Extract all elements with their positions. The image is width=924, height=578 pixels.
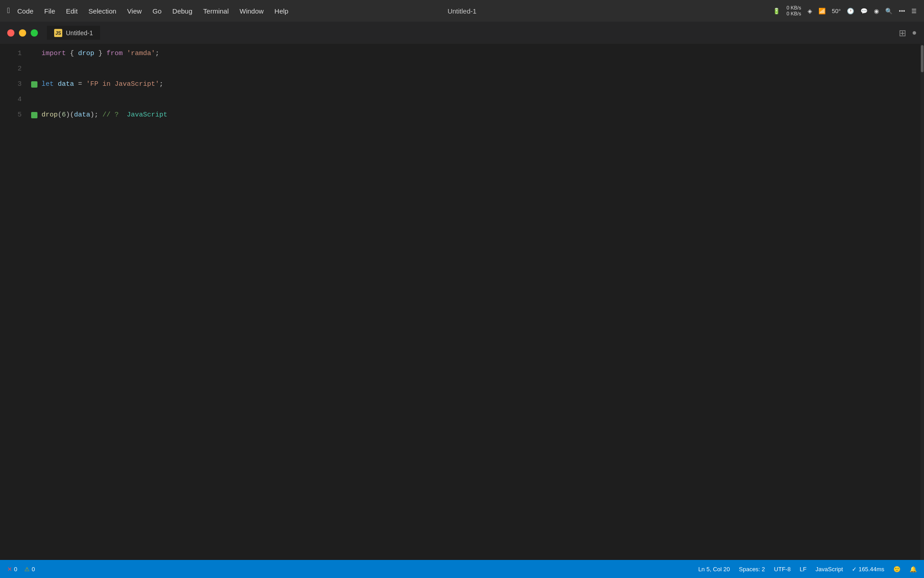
timing-info: ✓ 165.44ms [852,566,884,573]
error-count[interactable]: ✕ 0 [7,566,17,573]
menu-window[interactable]: Window [240,7,263,15]
code-line-3: let data = 'FP in JavaScript' ; [40,77,924,92]
code-editor[interactable]: import { drop } from 'ramda' ; let data … [40,44,924,560]
editor-tab[interactable]: JS Untitled-1 [47,26,100,40]
line-num-4: 4 [0,92,22,107]
dropbox-icon: ◈ [808,8,812,14]
menubar-right: 🔋 0 KB/s 0 KB/s ◈ 📶 50° 🕐 💬 ◉ 🔍 ••• ☰ [773,5,917,17]
identifier-data: data [58,77,74,92]
temperature: 50° [832,8,841,14]
traffic-lights [7,29,38,37]
dot-icon: ● [912,28,917,37]
gutter-breakpoint-5[interactable] [31,112,37,118]
gutter-breakpoint-3[interactable] [31,81,37,88]
list-icon: ☰ [911,8,917,14]
tab-actions: ⊞ ● [899,28,917,38]
network-speed: 0 KB/s 0 KB/s [786,5,801,17]
maximize-button[interactable] [31,29,38,37]
line-ending[interactable]: LF [799,566,806,573]
scrollbar-thumb[interactable] [921,45,924,72]
warning-number: 0 [32,566,35,573]
indentation[interactable]: Spaces: 2 [739,566,765,573]
identifier-drop: drop [78,46,94,61]
minimize-button[interactable] [19,29,26,37]
identifier-data-2: data [74,107,90,123]
wifi-icon: 📶 [818,8,826,14]
string-ramda: 'ramda' [127,46,155,61]
menu-code[interactable]: Code [17,7,33,15]
line-num-3: 3 [0,77,22,92]
gutter-empty-1 [29,46,40,61]
split-editor-icon[interactable]: ⊞ [899,28,906,38]
encoding[interactable]: UTF-8 [774,566,791,573]
menu-view[interactable]: View [127,7,142,15]
gutter-empty-4 [29,92,40,107]
code-line-5: drop ( 6 )( data ); // ? JavaScript [40,107,924,123]
statusbar-left: ✕ 0 ⚠ 0 [7,566,35,573]
code-line-1: import { drop } from 'ramda' ; [40,46,924,61]
notification-icon[interactable]: 🔔 [910,566,917,573]
menu-debug[interactable]: Debug [172,7,192,15]
keyword-from: from [106,46,123,61]
string-fp: 'FP in JavaScript' [86,77,159,92]
editor-scrollbar[interactable] [920,44,924,560]
error-icon: ✕ [7,566,12,573]
menu-edit[interactable]: Edit [66,7,78,15]
keyword-import: import [42,46,66,61]
tab-filename: Untitled-1 [66,29,93,37]
tabbar: JS Untitled-1 ⊞ ● [0,22,924,44]
editor-container[interactable]: 1 2 3 4 5 import { drop } from 'ramda' ;… [0,44,924,560]
menubar:  Code File Edit Selection View Go Debug… [0,0,924,22]
wechat-icon: 💬 [860,8,868,14]
finder-icon: 🔍 [885,8,892,14]
error-number: 0 [14,566,17,573]
menu-go[interactable]: Go [152,7,162,15]
smiley-icon[interactable]: 🙂 [893,566,901,573]
line-num-5: 5 [0,107,22,123]
extra-icon1: ◉ [874,8,879,14]
warning-icon: ⚠ [24,566,30,573]
keyword-let: let [42,77,54,92]
number-6: 6 [62,107,66,123]
code-line-4 [40,92,924,107]
menu-items: Code File Edit Selection View Go Debug T… [17,7,288,15]
menu-selection[interactable]: Selection [88,7,116,15]
battery-icon: 🔋 [773,8,780,14]
line-numbers: 1 2 3 4 5 [0,44,29,560]
gutter-empty-2 [29,61,40,77]
more-icon: ••• [899,8,905,14]
statusbar-right: Ln 5, Col 20 Spaces: 2 UTF-8 LF JavaScri… [698,566,917,573]
menu-file[interactable]: File [44,7,55,15]
menu-help[interactable]: Help [274,7,288,15]
close-button[interactable] [7,29,14,37]
line-num-2: 2 [0,61,22,77]
js-file-icon: JS [54,29,62,37]
menu-terminal[interactable]: Terminal [203,7,229,15]
warning-count[interactable]: ⚠ 0 [24,566,35,573]
language-mode[interactable]: JavaScript [816,566,843,573]
func-drop: drop [42,107,58,123]
editor-gutter [29,44,40,560]
line-num-1: 1 [0,46,22,61]
code-line-2 [40,61,924,77]
type-hint-javascript: JavaScript [123,107,167,123]
window-title: Untitled-1 [448,7,476,15]
cursor-position[interactable]: Ln 5, Col 20 [698,566,730,573]
apple-icon[interactable]:  [7,6,10,15]
comment-question: // ? [102,107,123,123]
clock-icon: 🕐 [847,8,854,14]
statusbar: ✕ 0 ⚠ 0 Ln 5, Col 20 Spaces: 2 UTF-8 LF … [0,560,924,578]
